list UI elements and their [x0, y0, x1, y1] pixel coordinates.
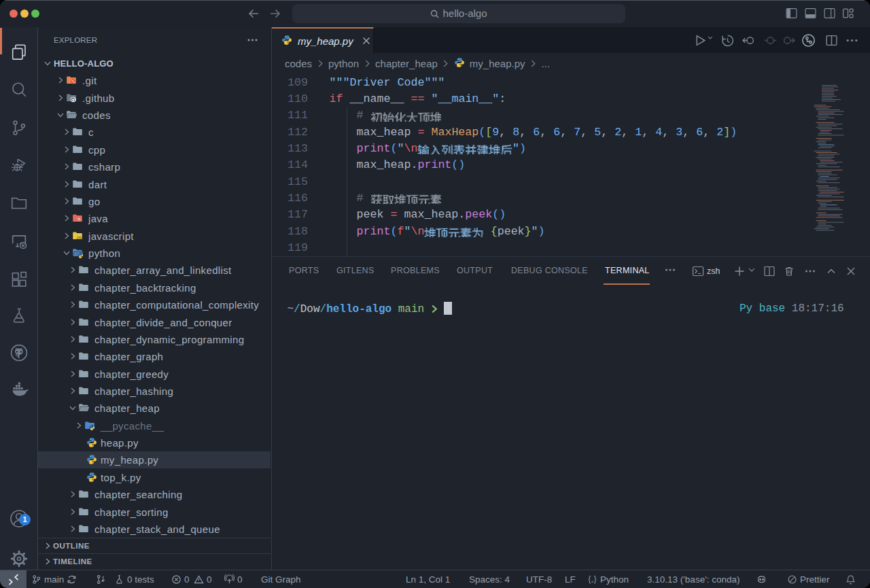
svg-text:JS: JS: [76, 235, 82, 239]
